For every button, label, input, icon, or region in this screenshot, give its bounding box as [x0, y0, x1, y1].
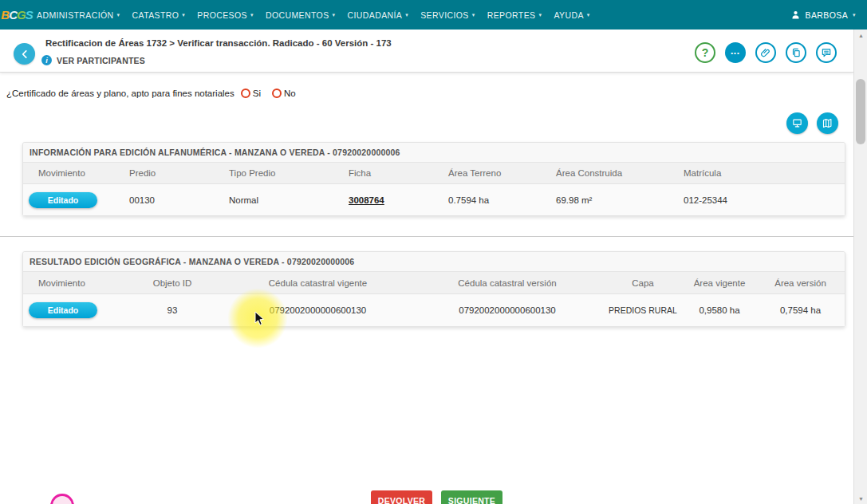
table-row-cell-movimiento: Editado: [23, 294, 120, 326]
logo-letter: G: [17, 8, 26, 22]
user-name: BARBOSA: [806, 10, 849, 20]
geographic-edition-panel: RESULTADO EDICIÓN GEOGRÁFICA - MANZANA O…: [22, 251, 845, 327]
person-icon: [790, 10, 801, 20]
editado-badge[interactable]: Editado: [29, 192, 97, 208]
geographic-table: Movimiento Objeto ID Cédula catastral vi…: [23, 272, 845, 326]
scroll-down-icon[interactable]: ▼: [854, 493, 867, 504]
page-subtitle: VER PARTICIPANTES: [57, 56, 145, 65]
column-header: Movimiento: [23, 272, 120, 294]
table-row-cell-matricula: 012-25344: [675, 184, 845, 215]
logo-letter: C: [9, 8, 17, 22]
arrow-left-icon: [19, 49, 30, 60]
radio-no[interactable]: No: [272, 89, 296, 98]
menu-procesos[interactable]: PROCESOS▾: [197, 10, 254, 20]
menu-label: CIUDADANÍA: [347, 10, 402, 20]
chevron-down-icon: ▾: [405, 12, 408, 18]
column-header: Área versión: [756, 272, 845, 294]
alphanumeric-edition-panel: INFORMACIÓN PARA EDICIÓN ALFANUMÉRICA - …: [22, 142, 845, 216]
siguiente-button[interactable]: SIGUIENTE: [441, 490, 502, 504]
chevron-down-icon: ▾: [538, 12, 542, 18]
comment-icon: [821, 47, 832, 58]
menu-label: CATASTRO: [132, 10, 179, 20]
menu-ayuda[interactable]: AYUDA▾: [554, 10, 589, 20]
chat-widget-partial[interactable]: [50, 494, 74, 504]
table-row-cell-movimiento: Editado: [23, 184, 120, 215]
editado-badge[interactable]: Editado: [29, 302, 97, 318]
table-row-cell-tipo-predio: Normal: [220, 184, 340, 215]
chevron-down-icon: ▾: [250, 12, 254, 18]
comments-button[interactable]: [816, 42, 837, 63]
menu-catastro[interactable]: CATASTRO▾: [132, 10, 186, 20]
paperclip-icon: [760, 47, 771, 58]
back-button[interactable]: [14, 43, 35, 65]
table-row-cell-ficha: 3008764: [340, 184, 439, 215]
ficha-link[interactable]: 3008764: [349, 195, 384, 205]
radio-circle-icon[interactable]: [241, 89, 250, 98]
copy-documents-button[interactable]: [786, 42, 806, 63]
app-logo[interactable]: BCGS: [0, 8, 33, 22]
header-actions: ? •••: [695, 42, 837, 63]
chevron-down-icon: ▾: [472, 12, 475, 18]
table-row-cell-cedula-vigente[interactable]: 0792002000000600130: [224, 294, 412, 326]
map-icon: [822, 117, 834, 129]
question-label: ¿Certificado de áreas y plano, apto para…: [6, 89, 234, 98]
top-navigation: BCGS ADMINISTRACIÓN▾ CATASTRO▾ PROCESOS▾…: [0, 0, 867, 30]
radio-group: Si No: [241, 89, 296, 98]
table-row-cell-cedula-version: 0792002000000600130: [412, 294, 603, 326]
info-icon: i: [41, 55, 52, 65]
table-row-cell-area-vigente: 0,9580 ha: [683, 294, 756, 326]
menu-label: ADMINISTRACIÓN: [37, 10, 114, 20]
map-viewer-button[interactable]: [817, 112, 838, 134]
logo-letter: B: [1, 8, 9, 22]
copy-icon: [790, 47, 802, 58]
chevron-down-icon: ▾: [182, 12, 185, 18]
viewer-tools: [786, 112, 838, 134]
column-header: Cédula catastral vigente: [224, 272, 412, 294]
menu-administracion[interactable]: ADMINISTRACIÓN▾: [37, 10, 120, 20]
column-header: Área Construida: [547, 163, 675, 184]
mouse-cursor-icon: [254, 311, 265, 326]
radio-si[interactable]: Si: [241, 89, 261, 98]
more-options-button[interactable]: •••: [725, 42, 746, 63]
panel-title: INFORMACIÓN PARA EDICIÓN ALFANUMÉRICA - …: [23, 143, 845, 163]
menu-label: DOCUMENTOS: [266, 10, 329, 20]
column-header: Cédula catastral versión: [412, 272, 603, 294]
column-header: Área Terreno: [439, 163, 547, 184]
table-row-cell-area-construida: 69.98 m²: [547, 184, 675, 215]
radio-no-label: No: [284, 89, 296, 98]
menu-reportes[interactable]: REPORTES▾: [487, 10, 542, 20]
table-row-cell-capa: PREDIOS RURAL: [603, 294, 683, 326]
menu-documentos[interactable]: DOCUMENTOS▾: [266, 10, 336, 20]
page-header: Rectificacion de Áreas 1732 > Verificar …: [0, 30, 853, 73]
ellipsis-icon: •••: [731, 49, 739, 57]
monitor-icon: [791, 117, 803, 129]
table-row-cell-area-terreno: 0.7594 ha: [439, 184, 547, 215]
scrollbar-thumb[interactable]: [856, 79, 865, 144]
user-menu[interactable]: BARBOSA ▾: [790, 10, 857, 20]
logo-letter: S: [26, 8, 33, 22]
certificate-question: ¿Certificado de áreas y plano, apto para…: [6, 89, 296, 98]
alphanumeric-table: Movimiento Predio Tipo Predio Ficha Área…: [23, 163, 845, 215]
page: BCGS ADMINISTRACIÓN▾ CATASTRO▾ PROCESOS▾…: [0, 0, 867, 504]
screen-viewer-button[interactable]: [786, 112, 808, 134]
menu-label: PROCESOS: [197, 10, 247, 20]
attachments-button[interactable]: [755, 42, 776, 63]
table-row-cell-predio: 00130: [120, 184, 220, 215]
breadcrumb: Rectificacion de Áreas 1732 > Verificar …: [45, 38, 392, 48]
radio-circle-icon[interactable]: [272, 89, 282, 98]
vertical-scrollbar[interactable]: ▲ ▼: [853, 30, 867, 504]
help-button[interactable]: ?: [695, 42, 715, 63]
scroll-up-icon[interactable]: ▲: [854, 30, 867, 41]
column-header: Capa: [603, 272, 683, 294]
chevron-down-icon: ▾: [117, 12, 120, 18]
menu-ciudadania[interactable]: CIUDADANÍA▾: [347, 10, 408, 20]
column-header: Movimiento: [23, 163, 120, 184]
table-row-cell-objeto-id: 93: [120, 294, 224, 326]
chevron-down-icon: ▾: [587, 12, 590, 18]
column-header: Tipo Predio: [220, 163, 340, 184]
menu-label: AYUDA: [554, 10, 583, 20]
menu-servicios[interactable]: SERVICIOS▾: [420, 10, 475, 20]
section-divider: [0, 236, 853, 237]
panel-title: RESULTADO EDICIÓN GEOGRÁFICA - MANZANA O…: [23, 252, 845, 272]
devolver-button[interactable]: DEVOLVER: [371, 490, 432, 504]
